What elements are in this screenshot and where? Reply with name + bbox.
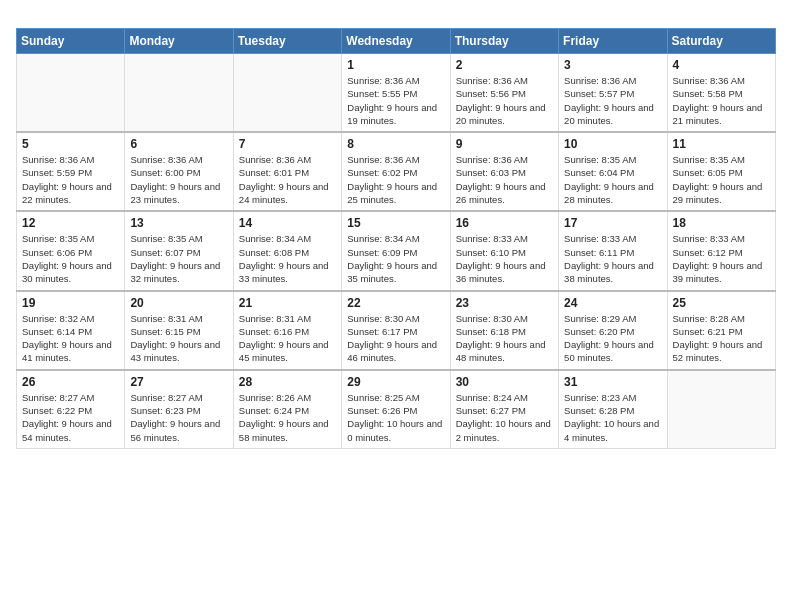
day-cell: 30Sunrise: 8:24 AMSunset: 6:27 PMDayligh… — [450, 370, 558, 449]
day-info: Sunrise: 8:27 AMSunset: 6:22 PMDaylight:… — [22, 391, 119, 444]
day-info: Sunrise: 8:36 AMSunset: 6:01 PMDaylight:… — [239, 153, 336, 206]
day-cell: 1Sunrise: 8:36 AMSunset: 5:55 PMDaylight… — [342, 54, 450, 133]
day-cell — [667, 370, 775, 449]
day-info: Sunrise: 8:27 AMSunset: 6:23 PMDaylight:… — [130, 391, 227, 444]
day-cell: 14Sunrise: 8:34 AMSunset: 6:08 PMDayligh… — [233, 211, 341, 290]
day-info: Sunrise: 8:33 AMSunset: 6:11 PMDaylight:… — [564, 232, 661, 285]
day-info: Sunrise: 8:36 AMSunset: 5:57 PMDaylight:… — [564, 74, 661, 127]
day-info: Sunrise: 8:36 AMSunset: 6:03 PMDaylight:… — [456, 153, 553, 206]
day-info: Sunrise: 8:34 AMSunset: 6:08 PMDaylight:… — [239, 232, 336, 285]
day-cell: 18Sunrise: 8:33 AMSunset: 6:12 PMDayligh… — [667, 211, 775, 290]
day-number: 11 — [673, 137, 770, 151]
day-cell: 9Sunrise: 8:36 AMSunset: 6:03 PMDaylight… — [450, 132, 558, 211]
day-number: 18 — [673, 216, 770, 230]
day-cell — [233, 54, 341, 133]
day-cell: 29Sunrise: 8:25 AMSunset: 6:26 PMDayligh… — [342, 370, 450, 449]
day-info: Sunrise: 8:33 AMSunset: 6:10 PMDaylight:… — [456, 232, 553, 285]
day-info: Sunrise: 8:35 AMSunset: 6:04 PMDaylight:… — [564, 153, 661, 206]
day-info: Sunrise: 8:36 AMSunset: 5:55 PMDaylight:… — [347, 74, 444, 127]
week-row-1: 1Sunrise: 8:36 AMSunset: 5:55 PMDaylight… — [17, 54, 776, 133]
weekday-header-friday: Friday — [559, 29, 667, 54]
day-number: 10 — [564, 137, 661, 151]
day-number: 2 — [456, 58, 553, 72]
day-number: 30 — [456, 375, 553, 389]
day-info: Sunrise: 8:36 AMSunset: 5:59 PMDaylight:… — [22, 153, 119, 206]
day-info: Sunrise: 8:36 AMSunset: 6:00 PMDaylight:… — [130, 153, 227, 206]
day-number: 25 — [673, 296, 770, 310]
week-row-4: 19Sunrise: 8:32 AMSunset: 6:14 PMDayligh… — [17, 291, 776, 370]
day-info: Sunrise: 8:30 AMSunset: 6:18 PMDaylight:… — [456, 312, 553, 365]
day-cell: 23Sunrise: 8:30 AMSunset: 6:18 PMDayligh… — [450, 291, 558, 370]
day-cell: 6Sunrise: 8:36 AMSunset: 6:00 PMDaylight… — [125, 132, 233, 211]
day-info: Sunrise: 8:29 AMSunset: 6:20 PMDaylight:… — [564, 312, 661, 365]
day-cell: 22Sunrise: 8:30 AMSunset: 6:17 PMDayligh… — [342, 291, 450, 370]
calendar-page: SundayMondayTuesdayWednesdayThursdayFrid… — [0, 0, 792, 459]
week-row-3: 12Sunrise: 8:35 AMSunset: 6:06 PMDayligh… — [17, 211, 776, 290]
day-cell: 10Sunrise: 8:35 AMSunset: 6:04 PMDayligh… — [559, 132, 667, 211]
day-cell: 5Sunrise: 8:36 AMSunset: 5:59 PMDaylight… — [17, 132, 125, 211]
day-cell: 12Sunrise: 8:35 AMSunset: 6:06 PMDayligh… — [17, 211, 125, 290]
day-number: 28 — [239, 375, 336, 389]
day-number: 16 — [456, 216, 553, 230]
day-cell: 16Sunrise: 8:33 AMSunset: 6:10 PMDayligh… — [450, 211, 558, 290]
day-number: 27 — [130, 375, 227, 389]
day-info: Sunrise: 8:31 AMSunset: 6:15 PMDaylight:… — [130, 312, 227, 365]
day-info: Sunrise: 8:34 AMSunset: 6:09 PMDaylight:… — [347, 232, 444, 285]
day-cell: 27Sunrise: 8:27 AMSunset: 6:23 PMDayligh… — [125, 370, 233, 449]
weekday-header-wednesday: Wednesday — [342, 29, 450, 54]
day-cell: 13Sunrise: 8:35 AMSunset: 6:07 PMDayligh… — [125, 211, 233, 290]
day-info: Sunrise: 8:26 AMSunset: 6:24 PMDaylight:… — [239, 391, 336, 444]
day-info: Sunrise: 8:35 AMSunset: 6:06 PMDaylight:… — [22, 232, 119, 285]
day-info: Sunrise: 8:30 AMSunset: 6:17 PMDaylight:… — [347, 312, 444, 365]
weekday-header-monday: Monday — [125, 29, 233, 54]
day-info: Sunrise: 8:33 AMSunset: 6:12 PMDaylight:… — [673, 232, 770, 285]
week-row-5: 26Sunrise: 8:27 AMSunset: 6:22 PMDayligh… — [17, 370, 776, 449]
day-cell: 20Sunrise: 8:31 AMSunset: 6:15 PMDayligh… — [125, 291, 233, 370]
day-cell: 25Sunrise: 8:28 AMSunset: 6:21 PMDayligh… — [667, 291, 775, 370]
day-number: 29 — [347, 375, 444, 389]
day-cell — [17, 54, 125, 133]
day-number: 23 — [456, 296, 553, 310]
weekday-header-row: SundayMondayTuesdayWednesdayThursdayFrid… — [17, 29, 776, 54]
day-number: 9 — [456, 137, 553, 151]
day-info: Sunrise: 8:24 AMSunset: 6:27 PMDaylight:… — [456, 391, 553, 444]
day-number: 15 — [347, 216, 444, 230]
weekday-header-thursday: Thursday — [450, 29, 558, 54]
weekday-header-sunday: Sunday — [17, 29, 125, 54]
day-cell: 15Sunrise: 8:34 AMSunset: 6:09 PMDayligh… — [342, 211, 450, 290]
day-number: 17 — [564, 216, 661, 230]
day-cell: 28Sunrise: 8:26 AMSunset: 6:24 PMDayligh… — [233, 370, 341, 449]
day-cell: 8Sunrise: 8:36 AMSunset: 6:02 PMDaylight… — [342, 132, 450, 211]
day-info: Sunrise: 8:25 AMSunset: 6:26 PMDaylight:… — [347, 391, 444, 444]
day-number: 13 — [130, 216, 227, 230]
day-number: 1 — [347, 58, 444, 72]
day-cell: 26Sunrise: 8:27 AMSunset: 6:22 PMDayligh… — [17, 370, 125, 449]
day-number: 22 — [347, 296, 444, 310]
weekday-header-tuesday: Tuesday — [233, 29, 341, 54]
weekday-header-saturday: Saturday — [667, 29, 775, 54]
day-cell: 7Sunrise: 8:36 AMSunset: 6:01 PMDaylight… — [233, 132, 341, 211]
day-number: 19 — [22, 296, 119, 310]
day-info: Sunrise: 8:36 AMSunset: 5:56 PMDaylight:… — [456, 74, 553, 127]
day-cell: 4Sunrise: 8:36 AMSunset: 5:58 PMDaylight… — [667, 54, 775, 133]
day-info: Sunrise: 8:31 AMSunset: 6:16 PMDaylight:… — [239, 312, 336, 365]
day-number: 8 — [347, 137, 444, 151]
day-number: 31 — [564, 375, 661, 389]
day-number: 24 — [564, 296, 661, 310]
day-number: 26 — [22, 375, 119, 389]
day-number: 4 — [673, 58, 770, 72]
day-cell: 2Sunrise: 8:36 AMSunset: 5:56 PMDaylight… — [450, 54, 558, 133]
day-number: 14 — [239, 216, 336, 230]
day-info: Sunrise: 8:36 AMSunset: 5:58 PMDaylight:… — [673, 74, 770, 127]
day-number: 12 — [22, 216, 119, 230]
day-cell: 31Sunrise: 8:23 AMSunset: 6:28 PMDayligh… — [559, 370, 667, 449]
day-number: 20 — [130, 296, 227, 310]
day-info: Sunrise: 8:36 AMSunset: 6:02 PMDaylight:… — [347, 153, 444, 206]
day-cell: 11Sunrise: 8:35 AMSunset: 6:05 PMDayligh… — [667, 132, 775, 211]
day-cell: 17Sunrise: 8:33 AMSunset: 6:11 PMDayligh… — [559, 211, 667, 290]
day-cell: 19Sunrise: 8:32 AMSunset: 6:14 PMDayligh… — [17, 291, 125, 370]
day-info: Sunrise: 8:23 AMSunset: 6:28 PMDaylight:… — [564, 391, 661, 444]
day-number: 3 — [564, 58, 661, 72]
day-info: Sunrise: 8:35 AMSunset: 6:05 PMDaylight:… — [673, 153, 770, 206]
week-row-2: 5Sunrise: 8:36 AMSunset: 5:59 PMDaylight… — [17, 132, 776, 211]
